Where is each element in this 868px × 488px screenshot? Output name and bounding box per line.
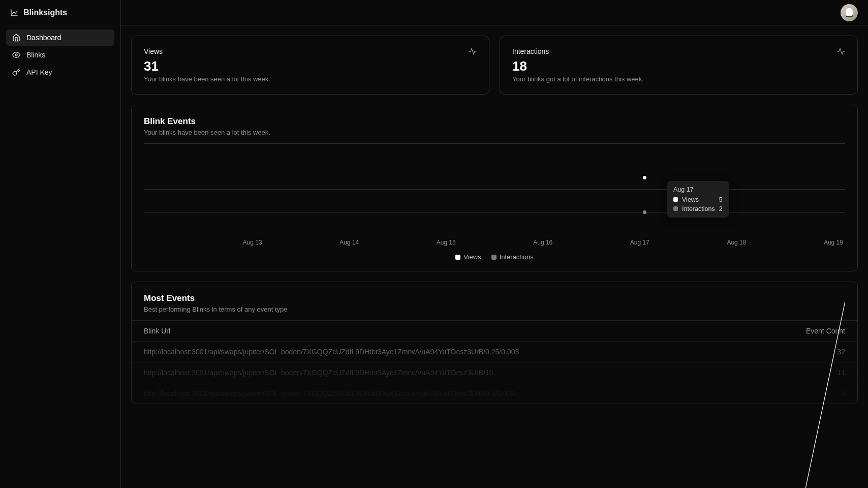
chart-panel: Blink Events Your blinks have been seen … xyxy=(131,105,858,271)
sidebar-nav: Dashboard Blinks API Key xyxy=(0,25,120,84)
sidebar-item-dashboard[interactable]: Dashboard xyxy=(6,29,114,46)
top-header xyxy=(121,0,868,25)
stat-value: 31 xyxy=(144,58,477,74)
sidebar-item-api-key[interactable]: API Key xyxy=(6,64,114,80)
sidebar-item-label: Dashboard xyxy=(26,34,61,42)
activity-icon xyxy=(837,47,845,55)
tooltip-series-label: Interactions xyxy=(682,205,715,212)
chart-tooltip: Aug 17 Views 5 Interactions 2 xyxy=(667,181,729,218)
key-icon xyxy=(12,68,20,76)
home-icon xyxy=(12,34,20,42)
table-row[interactable]: http://localhost:3001/api/swaps/jupiter/… xyxy=(132,362,857,383)
eye-icon xyxy=(12,51,20,59)
app-name: Blinksights xyxy=(23,8,67,17)
sidebar: Blinksights Dashboard Blinks API Key xyxy=(0,0,121,488)
table-cell-url: http://localhost:3001/api/swaps/jupiter/… xyxy=(132,362,758,383)
activity-icon xyxy=(469,47,477,55)
stat-card-views: Views 31 Your blinks have been seen a lo… xyxy=(131,36,489,95)
svg-point-0 xyxy=(15,54,17,56)
table-cell-count: 32 xyxy=(758,342,857,362)
tooltip-title: Aug 17 xyxy=(673,186,723,193)
sidebar-item-label: Blinks xyxy=(26,51,45,59)
tooltip-series-value: 2 xyxy=(719,205,723,212)
stat-title: Interactions xyxy=(512,47,845,55)
avatar[interactable] xyxy=(841,4,858,21)
chart-line-icon xyxy=(10,9,18,17)
table-cell-url: http://localhost:3001/api/swaps/jupiter/… xyxy=(132,342,758,362)
stat-sub: Your blinks got a lot of interactions th… xyxy=(512,75,845,83)
table-row[interactable]: http://localhost:3001/api/swaps/jupiter/… xyxy=(132,342,857,362)
stat-title: Views xyxy=(144,47,477,55)
chart[interactable]: Aug 12Aug 13Aug 14Aug 15Aug 16Aug 17Aug … xyxy=(132,143,857,261)
stat-card-interactions: Interactions 18 Your blinks got a lot of… xyxy=(500,36,858,95)
tooltip-series-label: Views xyxy=(682,196,699,203)
sidebar-item-label: API Key xyxy=(26,68,52,76)
sidebar-item-blinks[interactable]: Blinks xyxy=(6,47,114,63)
tooltip-series-value: 5 xyxy=(719,196,723,203)
chart-title: Blink Events xyxy=(144,116,845,127)
app-brand: Blinksights xyxy=(0,0,120,25)
tooltip-swatch-icon xyxy=(673,206,678,211)
stat-value: 18 xyxy=(512,58,845,74)
table-row[interactable]: http://localhost:3001/api/swaps/jupiter/… xyxy=(132,383,857,404)
table-cell-count: 3 xyxy=(758,383,857,404)
table-cell-count: 11 xyxy=(758,362,857,383)
tooltip-swatch-icon xyxy=(673,197,678,202)
chart-sub: Your blinks have been seen a lot this we… xyxy=(144,129,845,136)
stat-sub: Your blinks have been seen a lot this we… xyxy=(144,75,477,83)
chart-data-point xyxy=(643,210,646,214)
table-cell-url: http://localhost:3001/api/swaps/jupiter/… xyxy=(132,383,758,404)
main: Views 31 Your blinks have been seen a lo… xyxy=(121,0,868,488)
